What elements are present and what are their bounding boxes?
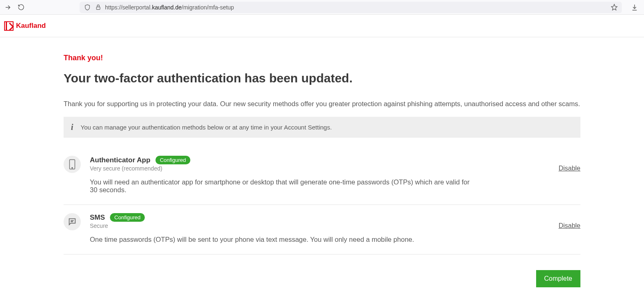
page-description: Thank you for supporting us in protectin…	[64, 100, 580, 108]
method-header: Authenticator App Configured	[90, 156, 580, 164]
brand-name: Kaufland	[16, 22, 46, 30]
reload-icon[interactable]	[17, 4, 25, 11]
svg-point-2	[72, 168, 73, 168]
url-domain: kaufland.de	[152, 4, 181, 11]
url-text: https://sellerportal.kaufland.de/migrati…	[105, 4, 607, 11]
actions-row: Complete	[64, 270, 580, 287]
method-title: Authenticator App	[90, 156, 151, 164]
auth-method-sms: SMS Configured Secure One time passwords…	[64, 205, 580, 255]
url-path: /migration/mfa-setup	[182, 4, 234, 11]
info-icon: i	[71, 123, 73, 132]
method-body: SMS Configured Secure One time passwords…	[90, 213, 580, 243]
forward-icon[interactable]	[4, 4, 11, 11]
main-content: Thank you! Your two-factor authenticatio…	[64, 37, 580, 300]
method-subtitle: Very secure (recommended)	[90, 165, 580, 172]
info-text: You can manage your authentication metho…	[81, 124, 332, 131]
method-body: Authenticator App Configured Very secure…	[90, 156, 580, 194]
method-description: You will need an authenticator app for s…	[90, 178, 471, 194]
thank-you-label: Thank you!	[64, 54, 580, 62]
url-prefix: https://sellerportal.	[105, 4, 152, 11]
method-description: One time passwords (OTPs) will be sent t…	[90, 236, 471, 243]
bookmark-star-icon[interactable]	[610, 4, 618, 11]
download-icon[interactable]	[631, 4, 638, 11]
auth-method-authenticator: Authenticator App Configured Very secure…	[64, 148, 580, 205]
method-subtitle: Secure	[90, 223, 580, 229]
browser-toolbar: https://sellerportal.kaufland.de/migrati…	[0, 0, 644, 15]
site-header: Kaufland	[0, 15, 644, 37]
browser-right-icons	[631, 4, 638, 11]
info-notice: i You can manage your authentication met…	[64, 117, 580, 138]
method-title: SMS	[90, 214, 105, 222]
logo-mark-icon	[4, 21, 14, 31]
page-title: Your two-factor authentication has been …	[64, 71, 580, 85]
chat-icon	[64, 213, 81, 230]
status-badge: Configured	[110, 213, 145, 222]
complete-button[interactable]: Complete	[536, 270, 580, 287]
disable-sms-link[interactable]: Disable	[559, 222, 580, 230]
kaufland-logo[interactable]: Kaufland	[4, 21, 46, 31]
svg-rect-0	[96, 7, 100, 9]
lock-icon	[94, 4, 102, 11]
disable-authenticator-link[interactable]: Disable	[559, 165, 580, 172]
address-bar[interactable]: https://sellerportal.kaufland.de/migrati…	[80, 2, 622, 13]
method-header: SMS Configured	[90, 213, 580, 222]
status-badge: Configured	[155, 156, 191, 164]
smartphone-icon	[64, 156, 81, 173]
shield-icon	[84, 4, 91, 11]
